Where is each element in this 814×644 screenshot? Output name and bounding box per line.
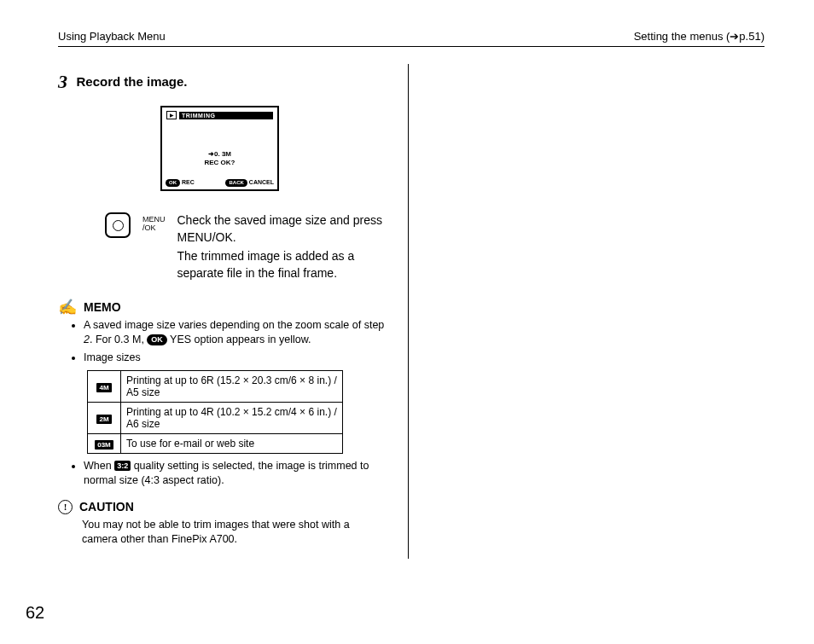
ok-pill: OK [166, 179, 180, 187]
memo-item-3: When 3:2 quality setting is selected, th… [84, 459, 391, 488]
lcd-screen: ▶ TRIMMING ➜0. 3M REC OK? OKREC BACKCANC… [160, 106, 279, 191]
lcd-screen-illustration: ▶ TRIMMING ➜0. 3M REC OK? OKREC BACKCANC… [160, 106, 391, 191]
instruction-text: Check the saved image size and press MEN… [177, 212, 392, 284]
page: Using Playback Menu Setting the menus (➔… [0, 0, 814, 644]
instruction-block: MENU /OK Check the saved image size and … [105, 212, 391, 284]
size-badge-cell: 03M [88, 434, 121, 454]
size-badge-4m-icon: 4M [96, 383, 111, 392]
lcd-top-row: ▶ TRIMMING [166, 111, 273, 119]
playback-icon: ▶ [166, 111, 177, 119]
step-heading: 3 Record the image. [58, 71, 391, 93]
menu-ok-button-icon [105, 212, 131, 238]
size-badge-03m-icon: 03M [95, 440, 113, 450]
caution-exclamation-icon: ! [58, 500, 73, 514]
lcd-rec-ok: REC OK? [162, 159, 277, 166]
image-sizes-table: 4M Printing at up to 6R (15.2 × 20.3 cm/… [87, 370, 343, 454]
lcd-size-line: ➜0. 3M [162, 150, 277, 158]
memo-item-2: Image sizes [84, 351, 391, 365]
lcd-ok-rec: OKREC [166, 179, 195, 187]
instruction-p2: The trimmed image is added as a separate… [177, 248, 392, 281]
menu-ok-label: MENU /OK [142, 212, 166, 284]
ratio-badge-icon: 3:2 [114, 461, 131, 471]
step-number: 3 [58, 71, 67, 92]
table-row: 03M To use for e-mail or web site [88, 434, 343, 454]
back-pill: BACK [225, 179, 247, 187]
size-badge-cell: 4M [88, 371, 121, 403]
button-inner-circle-icon [113, 220, 124, 231]
ok-chip-icon: OK [147, 334, 167, 345]
left-column: 3 Record the image. ▶ TRIMMING ➜0. 3M RE… [58, 64, 409, 559]
memo-list: A saved image size varies depending on t… [84, 318, 391, 365]
memo-hand-icon: ✍ [58, 299, 77, 315]
columns: 3 Record the image. ▶ TRIMMING ➜0. 3M RE… [58, 64, 765, 559]
page-number: 62 [26, 603, 44, 623]
memo-list-2: When 3:2 quality setting is selected, th… [84, 459, 391, 488]
caution-heading: ! CAUTION [58, 500, 391, 514]
arrow-icon: ➔ [730, 30, 739, 43]
size-badge-cell: 2M [88, 403, 121, 434]
memo-heading: ✍ MEMO [58, 299, 391, 315]
lcd-bottom-row: OKREC BACKCANCEL [166, 179, 274, 187]
memo-title: MEMO [84, 300, 121, 314]
trimming-label: TRIMMING [179, 112, 273, 119]
caution-title: CAUTION [79, 500, 134, 513]
memo-item-1: A saved image size varies depending on t… [84, 318, 391, 347]
size-desc: Printing at up to 4R (10.2 × 15.2 cm/4 ×… [121, 403, 343, 434]
right-column [409, 64, 765, 559]
table-row: 4M Printing at up to 6R (15.2 × 20.3 cm/… [88, 371, 343, 403]
header-left: Using Playback Menu [58, 30, 166, 43]
page-header: Using Playback Menu Setting the menus (➔… [58, 30, 765, 47]
caution-body: You may not be able to trim images that … [82, 518, 387, 547]
right-arrow-icon: ➜ [208, 150, 214, 158]
table-row: 2M Printing at up to 4R (10.2 × 15.2 cm/… [88, 403, 343, 434]
size-desc: To use for e-mail or web site [121, 434, 343, 454]
size-badge-2m-icon: 2M [96, 415, 111, 424]
instruction-p1: Check the saved image size and press MEN… [177, 212, 392, 246]
lcd-back-cancel: BACKCANCEL [225, 179, 274, 187]
size-desc: Printing at up to 6R (15.2 × 20.3 cm/6 ×… [121, 371, 343, 403]
header-right: Setting the menus (➔p.51) [634, 30, 765, 43]
step-title: Record the image. [76, 74, 187, 89]
